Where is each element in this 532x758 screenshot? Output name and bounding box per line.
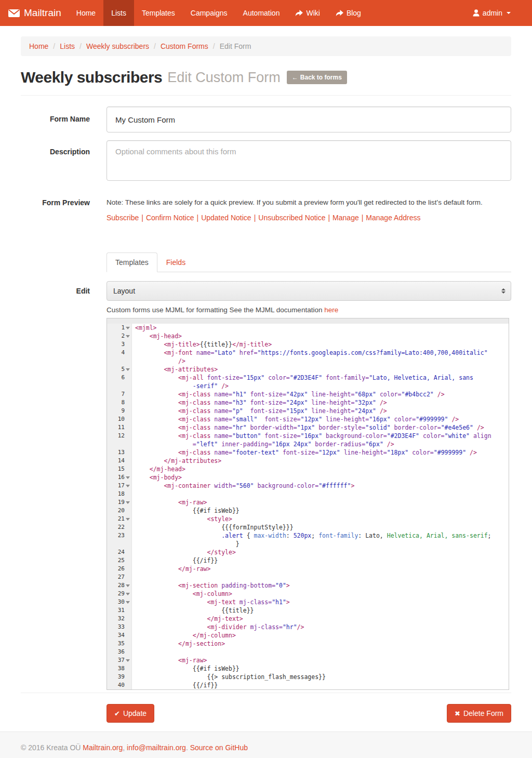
- fold-arrow-icon[interactable]: [125, 515, 130, 523]
- code-line[interactable]: </mj-text>: [132, 615, 243, 623]
- code-line[interactable]: [132, 573, 135, 581]
- fold-arrow-icon[interactable]: [125, 482, 130, 490]
- code-row: 38 {{#if isWeb}}: [107, 664, 509, 673]
- code-line[interactable]: <mj-head>: [132, 332, 182, 340]
- code-line[interactable]: </style>: [132, 548, 236, 556]
- code-line[interactable]: <style>: [132, 515, 232, 523]
- nav-item-lists[interactable]: Lists: [103, 0, 134, 26]
- footer-link-source-on-github[interactable]: Source on GitHub: [190, 743, 248, 752]
- code-line[interactable]: <mj-class name="p" font-size="15px" line…: [132, 407, 387, 415]
- code-line[interactable]: <mj-text mj-class="h1">: [132, 598, 290, 606]
- breadcrumb-link-lists[interactable]: Lists: [60, 42, 75, 50]
- breadcrumb-link-home[interactable]: Home: [29, 42, 48, 50]
- tab-templates[interactable]: Templates: [107, 252, 157, 272]
- nav-item-automation[interactable]: Automation: [235, 0, 288, 26]
- editor-scrollbar[interactable]: [107, 318, 509, 324]
- fold-arrow-icon[interactable]: [125, 498, 130, 507]
- description-textarea[interactable]: [107, 140, 511, 181]
- code-line[interactable]: </mj-attributes>: [132, 457, 221, 465]
- code-line[interactable]: {{title}}: [132, 606, 254, 615]
- code-line[interactable]: }: [132, 540, 240, 548]
- code-line[interactable]: <mj-font name="Lato" href="https://fonts…: [132, 349, 488, 357]
- breadcrumb-link-weekly-subscribers[interactable]: Weekly subscribers: [86, 42, 149, 50]
- fold-spacer: [125, 407, 130, 415]
- nav-item-templates[interactable]: Templates: [134, 0, 183, 26]
- code-line[interactable]: </mj-raw>: [132, 565, 210, 573]
- preview-link-subscribe[interactable]: Subscribe: [107, 214, 139, 222]
- nav-item-home[interactable]: Home: [69, 0, 103, 26]
- code-line[interactable]: -serif" />: [132, 382, 229, 390]
- preview-link-unsubscribed-notice[interactable]: Unsubscribed Notice: [258, 214, 325, 222]
- code-line[interactable]: {{/if}}: [132, 681, 218, 689]
- code-line[interactable]: <mj-all font-size="15px" color="#2D3E4F"…: [132, 374, 473, 382]
- code-line[interactable]: <mj-divider mj-class="hr"/>: [132, 623, 304, 631]
- fold-arrow-icon[interactable]: [125, 590, 130, 598]
- fold-arrow-icon[interactable]: [125, 473, 130, 482]
- edit-template-select[interactable]: Layout: [107, 281, 511, 301]
- code-line[interactable]: <mj-class name="h3" font-size="24px" lin…: [132, 398, 387, 407]
- code-line[interactable]: <mj-title>{{title}}</mj-title>: [132, 340, 272, 349]
- code-line[interactable]: <mj-body>: [132, 473, 182, 482]
- code-line[interactable]: {{> subscription_flash_messages}}: [132, 673, 326, 681]
- preview-link-confirm-notice[interactable]: Confirm Notice: [146, 214, 194, 222]
- user-menu[interactable]: admin: [465, 0, 518, 26]
- nav-item-campaigns[interactable]: Campaigns: [183, 0, 235, 26]
- code-line[interactable]: <mj-column>: [132, 590, 232, 598]
- code-line[interactable]: <mj-class name="hr" border-width="1px" b…: [132, 423, 484, 432]
- footer-link-mailtrain-org[interactable]: Mailtrain.org: [83, 743, 123, 752]
- preview-links: Subscribe|Confirm Notice|Updated Notice|…: [107, 214, 511, 222]
- code-line[interactable]: <mj-attributes>: [132, 365, 218, 374]
- brand[interactable]: Mailtrain: [0, 0, 69, 26]
- code-line[interactable]: [132, 490, 135, 498]
- code-editor[interactable]: 1<mjml>2 <mj-head>3 <mj-title>{{title}}<…: [107, 318, 509, 690]
- breadcrumb-separator: /: [154, 42, 156, 50]
- mjml-docs-link[interactable]: here: [324, 306, 338, 314]
- form-name-input[interactable]: [107, 107, 511, 132]
- delete-form-button[interactable]: ✖Delete Form: [447, 704, 511, 723]
- fold-arrow-icon[interactable]: [125, 581, 130, 590]
- back-to-forms-button[interactable]: ←Back to forms: [287, 71, 347, 84]
- code-line[interactable]: </mj-head>: [132, 465, 185, 473]
- code-line[interactable]: <mj-class name="h1" font-size="42px" lin…: [132, 390, 445, 398]
- code-line[interactable]: ="left" inner-padding="16px 24px" border…: [132, 440, 394, 448]
- fold-spacer: [125, 440, 130, 448]
- tab-fields[interactable]: Fields: [157, 252, 194, 272]
- line-number: 24: [118, 548, 125, 556]
- code-line[interactable]: <mj-raw>: [132, 656, 207, 664]
- code-line[interactable]: <mj-class name="footer-text" font-size="…: [132, 448, 477, 457]
- code-line[interactable]: <mj-raw>: [132, 498, 207, 507]
- code-line[interactable]: <mj-class name="small" font-size="12px" …: [132, 415, 459, 423]
- footer-link-info-mailtrain-org[interactable]: info@mailtrain.org: [127, 743, 186, 752]
- nav-item-wiki[interactable]: Wiki: [287, 0, 327, 26]
- code-line[interactable]: .alert { max-width: 520px; font-family: …: [132, 531, 491, 540]
- code-row: 33 <mj-divider mj-class="hr"/>: [107, 623, 509, 631]
- preview-link-manage-address[interactable]: Manage Address: [366, 214, 420, 222]
- code-line[interactable]: {{{formInputStyle}}}: [132, 523, 294, 531]
- code-line[interactable]: [132, 648, 135, 656]
- code-line[interactable]: <mj-section padding-bottom="0">: [132, 581, 290, 590]
- breadcrumb-link-custom-forms[interactable]: Custom Forms: [161, 42, 208, 50]
- share-icon: [336, 10, 343, 17]
- code-line[interactable]: {{#if isWeb}}: [132, 507, 240, 515]
- code-line[interactable]: </mj-section>: [132, 640, 225, 648]
- fold-arrow-icon[interactable]: [125, 324, 130, 332]
- mjml-note-text: Custom forms use MJML for formatting See…: [107, 306, 322, 314]
- nav-item-blog[interactable]: Blog: [328, 0, 369, 26]
- fold-arrow-icon[interactable]: [125, 365, 130, 374]
- code-line[interactable]: {{/if}}: [132, 556, 218, 565]
- code-line[interactable]: <mj-container width="560" background-col…: [132, 482, 354, 490]
- code-row: 6 <mj-all font-size="15px" color="#2D3E4…: [107, 374, 509, 382]
- fold-arrow-icon[interactable]: [125, 598, 130, 606]
- preview-link-updated-notice[interactable]: Updated Notice: [201, 214, 251, 222]
- code-line[interactable]: {{#if isWeb}}: [132, 664, 240, 673]
- code-line[interactable]: </mj-column>: [132, 631, 236, 640]
- fold-arrow-icon[interactable]: [125, 656, 130, 664]
- code-line[interactable]: <mjml>: [132, 324, 157, 332]
- code-line[interactable]: <mj-class name="button" font-size="16px"…: [132, 432, 491, 440]
- update-button[interactable]: ✔Update: [107, 704, 154, 723]
- fold-arrow-icon[interactable]: [125, 332, 130, 340]
- code-line[interactable]: />: [132, 357, 185, 365]
- preview-link-separator: |: [328, 214, 330, 222]
- description-label: Description: [21, 140, 90, 183]
- preview-link-manage[interactable]: Manage: [332, 214, 359, 222]
